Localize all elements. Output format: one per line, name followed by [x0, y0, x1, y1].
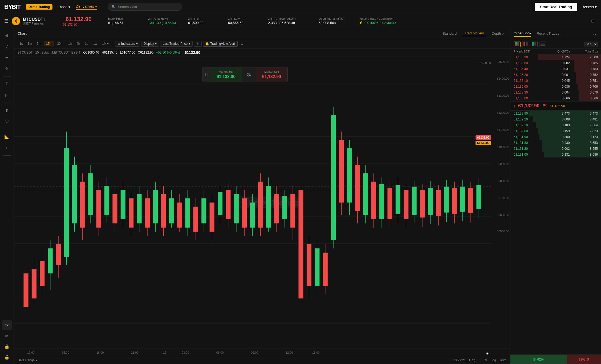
svg-rect-70: [258, 182, 263, 228]
svg-rect-126: [515, 44, 517, 46]
ob-bid-row[interactable]: 61,131.80 0.430 8.553: [510, 140, 601, 146]
tf-1h[interactable]: 1h: [66, 41, 74, 46]
svg-rect-72: [266, 186, 271, 228]
ob-bid-row[interactable]: 61,132.10 0.183 7.664: [510, 122, 601, 128]
start-real-trading-button[interactable]: Start Real Trading: [535, 3, 577, 11]
horizontal-line-tool[interactable]: ━: [2, 53, 12, 62]
ruler-tool[interactable]: 📐: [2, 132, 12, 141]
favorite-tool[interactable]: ♡: [2, 117, 12, 126]
log-toggle[interactable]: log: [492, 358, 496, 362]
auto-toggle[interactable]: auto: [500, 358, 506, 362]
ob-ask-row[interactable]: 61,135.80 0.002 0.785: [510, 60, 601, 66]
ob-bid-row[interactable]: 61,132.20 0.008 7.481: [510, 116, 601, 122]
tradingview-alert-button[interactable]: 🔔 TradingView Alert: [203, 41, 237, 47]
tf-5m[interactable]: 5m: [35, 41, 43, 46]
tf-15m[interactable]: 15m: [44, 41, 54, 46]
settings-btn[interactable]: ⚙: [239, 41, 245, 46]
ob-menu-icon[interactable]: ⋯: [593, 31, 598, 37]
tf-30m[interactable]: 30m: [55, 41, 65, 46]
search-icon: 🔍: [112, 5, 116, 9]
ob-ask-row[interactable]: 61,133.30 0.004 0.670: [510, 90, 601, 95]
crosshair-tool[interactable]: ⊕: [2, 30, 12, 40]
standard-view-btn[interactable]: Standard: [440, 31, 459, 36]
search-input[interactable]: [118, 5, 178, 9]
tf-1m[interactable]: 1m: [26, 41, 34, 46]
line-tool[interactable]: ╱: [2, 42, 12, 51]
price-scale-60500: 60500.00: [497, 230, 509, 233]
tv-logo[interactable]: TV: [2, 320, 12, 330]
ob-col-headers: Price(USDT) Qty(BTC) Total(B...): [510, 49, 601, 54]
nav-trade[interactable]: Trade ▾: [58, 5, 70, 9]
ob-ask-row[interactable]: 61,135.10 0.045 0.751: [510, 78, 601, 84]
lock-tool[interactable]: 🔒: [2, 342, 12, 351]
ob-ask-row[interactable]: 61,135.00 0.036 0.706: [510, 84, 601, 90]
svg-rect-125: [515, 42, 517, 44]
svg-rect-12: [23, 273, 28, 307]
pct-toggle[interactable]: %: [485, 358, 488, 362]
tf-4h[interactable]: 4h: [75, 41, 82, 46]
ob-view-row: 0.1 0.5 1.0: [510, 40, 601, 49]
svg-rect-62: [226, 190, 230, 219]
tf-1w[interactable]: 1w: [91, 41, 99, 46]
ob-view-bids[interactable]: [531, 42, 538, 47]
chart-title: Chart: [18, 31, 27, 35]
ob-sell-bar[interactable]: 38% S: [567, 355, 601, 364]
svg-rect-42: [145, 198, 150, 228]
expand-icon[interactable]: ⊞: [591, 18, 595, 23]
chart-canvas[interactable]: BYBIT Demo Trading: [14, 56, 510, 349]
ob-view-both[interactable]: [514, 42, 521, 47]
ob-ask-row[interactable]: 61,135.40 0.031 0.783: [510, 66, 601, 72]
menu-icon[interactable]: ☰: [4, 18, 9, 24]
tradingview-view-btn[interactable]: TradingView: [462, 31, 486, 36]
chart-bottom-bar: Date Range ▾ 13:29:21 (UTC) | % log auto: [14, 356, 510, 364]
ob-bid-row[interactable]: 61,131.90 0.300 8.123: [510, 134, 601, 140]
ob-tab-recent-trades[interactable]: Recent Trades: [537, 31, 559, 37]
svg-rect-16: [40, 261, 44, 286]
fibonacci-tool[interactable]: ⇕: [2, 106, 12, 115]
overlay-drag[interactable]: ⠿: [203, 67, 210, 82]
ob-ask-row[interactable]: 61,135.20 0.001 0.752: [510, 72, 601, 78]
measure-tool[interactable]: ⊢: [2, 90, 12, 100]
demo-badge[interactable]: Demo Trading: [26, 4, 52, 10]
depth-view-btn[interactable]: Depth ⤢: [490, 31, 506, 36]
ob-ask-row[interactable]: 61,133.00 0.666 0.666: [510, 95, 601, 101]
svg-rect-30: [96, 190, 101, 228]
time-axis: 12:00 15:00 18:00 21:00 12 03:00 06:00 0…: [14, 349, 510, 356]
ob-bid-row[interactable]: 61,131.00 0.131 8.686: [510, 152, 601, 157]
candle-type-btn[interactable]: 🕯: [194, 41, 202, 47]
assets-button[interactable]: Assets ▾: [583, 5, 597, 9]
ob-bid-row[interactable]: 61,132.90 7.473 7.473: [510, 111, 601, 116]
indicators-button[interactable]: ⊕ Indicators ▾: [115, 41, 140, 47]
search-box[interactable]: 🔍: [108, 3, 182, 11]
zoom-plus-tool[interactable]: +: [2, 143, 12, 153]
ob-ask-row[interactable]: 61,135.90 1.724 2.509: [510, 54, 601, 60]
svg-rect-129: [526, 42, 528, 46]
draw-tool[interactable]: ✎: [2, 64, 12, 74]
tf-1M[interactable]: 1M ▾: [100, 41, 111, 46]
svg-rect-64: [234, 194, 239, 224]
time-2100: 21:00: [131, 351, 139, 354]
time-0900: 09:00: [251, 351, 258, 354]
ob-size-select[interactable]: 0.1 0.5 1.0: [584, 42, 598, 47]
svg-rect-88: [331, 115, 336, 240]
time-1500: 15:00: [62, 351, 69, 354]
current-price-ask-label: 61132.90: [476, 135, 491, 140]
tf-1s[interactable]: 1s: [18, 41, 25, 46]
ob-bid-row[interactable]: 61,131.20 0.002 8.555: [510, 146, 601, 152]
text-tool[interactable]: T: [2, 79, 12, 89]
ob-buy-bar[interactable]: B 62%: [510, 355, 567, 364]
display-button[interactable]: Display ▾: [141, 41, 159, 47]
ob-view-asks[interactable]: [522, 42, 529, 47]
time-1200b: 12:00: [286, 351, 293, 354]
pencil-tool[interactable]: ✏: [2, 331, 12, 341]
tf-1d[interactable]: 1d: [83, 41, 90, 46]
date-range-button[interactable]: Date Range ▾: [18, 358, 37, 362]
ob-view-merged[interactable]: [539, 42, 546, 47]
price-type-button[interactable]: Last Traded Price ▾: [160, 41, 193, 47]
ob-tab-orderbook[interactable]: Order Book: [514, 31, 531, 37]
sun-icon[interactable]: ☀: [486, 352, 489, 355]
svg-rect-80: [299, 190, 303, 298]
ob-bid-row[interactable]: 61,132.00 0.159 7.823: [510, 128, 601, 134]
nav-derivatives[interactable]: Derivatives ▾: [76, 4, 97, 10]
unlock-tool[interactable]: 🔓: [2, 352, 12, 362]
